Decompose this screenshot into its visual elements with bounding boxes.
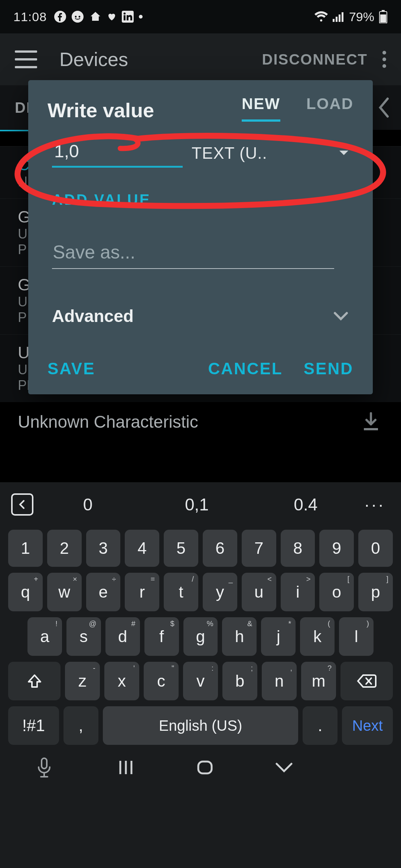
key-8[interactable]: 8 [281, 530, 315, 567]
add-value-button[interactable]: ADD VALUE [28, 168, 373, 208]
nav-recents-icon[interactable] [111, 759, 141, 776]
key-e[interactable]: e÷ [86, 573, 121, 611]
chevron-left-icon[interactable] [376, 96, 390, 119]
comma-key[interactable]: , [63, 706, 99, 745]
key-u[interactable]: u< [242, 573, 276, 611]
tab-new[interactable]: NEW [242, 95, 280, 122]
mic-icon[interactable] [36, 757, 62, 778]
key-o[interactable]: o[ [319, 573, 354, 611]
save-button[interactable]: SAVE [48, 359, 95, 378]
app-bar: Devices DISCONNECT [0, 33, 401, 85]
next-key[interactable]: Next [342, 706, 393, 745]
key-9[interactable]: 9 [319, 530, 354, 567]
key-r[interactable]: r= [125, 573, 159, 611]
backspace-key[interactable] [340, 662, 393, 700]
facebook-icon [54, 11, 66, 23]
key-5[interactable]: 5 [164, 530, 198, 567]
period-key[interactable]: . [303, 706, 338, 745]
reddit-icon [71, 10, 84, 23]
value-input[interactable] [52, 139, 183, 168]
status-time: 11:08 [13, 10, 47, 24]
key-d[interactable]: d# [105, 617, 140, 656]
key-3[interactable]: 3 [86, 530, 121, 567]
key-2[interactable]: 2 [47, 530, 82, 567]
key-p[interactable]: p] [358, 573, 393, 611]
menu-icon[interactable] [15, 50, 37, 68]
key-c[interactable]: c" [144, 662, 179, 700]
linkedin-icon [122, 11, 134, 23]
suggestion-2[interactable]: 0,1 [142, 494, 251, 514]
key-y[interactable]: y_ [203, 573, 237, 611]
key-z[interactable]: z- [65, 662, 100, 700]
key-i[interactable]: i> [281, 573, 315, 611]
suggestion-1[interactable]: 0 [33, 494, 142, 514]
dialog-title: Write value [48, 99, 154, 122]
svg-rect-9 [339, 14, 340, 22]
svg-rect-5 [124, 15, 125, 20]
dropdown-caret-icon [339, 150, 349, 157]
key-l[interactable]: l) [339, 617, 374, 656]
key-g[interactable]: g% [183, 617, 218, 656]
type-select[interactable]: TEXT (U.. [192, 144, 349, 162]
key-0[interactable]: 0 [358, 530, 393, 567]
suggestion-3[interactable]: 0.4 [251, 494, 360, 514]
key-m[interactable]: m? [301, 662, 336, 700]
key-row-bottom: !#1 , English (US) . Next [0, 703, 401, 748]
key-row-1: q+w×e÷r=t/y_u<i>o[p] [0, 570, 401, 614]
battery-pct: 79% [349, 10, 374, 24]
dot-icon [139, 15, 143, 19]
svg-point-1 [72, 11, 84, 23]
key-6[interactable]: 6 [203, 530, 237, 567]
svg-rect-15 [42, 758, 47, 769]
svg-rect-10 [342, 12, 343, 22]
key-n[interactable]: n, [262, 662, 297, 700]
battery-icon [379, 10, 388, 23]
key-row-numbers: 1234567890 [0, 527, 401, 570]
send-button[interactable]: SEND [304, 359, 353, 378]
svg-rect-8 [336, 17, 338, 22]
svg-rect-13 [380, 14, 386, 23]
svg-rect-19 [198, 762, 212, 773]
write-value-dialog: Write value NEW LOAD TEXT (U.. ADD VALUE… [28, 80, 373, 394]
key-7[interactable]: 7 [242, 530, 276, 567]
home-icon [89, 10, 102, 23]
key-k[interactable]: k( [300, 617, 335, 656]
shift-key[interactable] [8, 662, 61, 700]
symbols-key[interactable]: !#1 [8, 706, 59, 745]
suggestion-bar: 0 0,1 0.4 ··· [0, 482, 401, 527]
wifi-icon [314, 11, 328, 22]
key-f[interactable]: f$ [144, 617, 179, 656]
svg-rect-7 [333, 19, 335, 22]
space-key[interactable]: English (US) [103, 706, 298, 745]
save-as-input[interactable] [52, 239, 334, 269]
nav-home-icon[interactable] [190, 759, 220, 776]
tab-load[interactable]: LOAD [306, 95, 353, 122]
cancel-button[interactable]: CANCEL [208, 359, 283, 378]
download-icon[interactable] [361, 412, 383, 432]
key-t[interactable]: t/ [164, 573, 198, 611]
key-b[interactable]: b; [222, 662, 257, 700]
advanced-toggle[interactable]: Advanced [28, 269, 373, 326]
key-s[interactable]: s@ [66, 617, 101, 656]
svg-rect-14 [364, 428, 378, 430]
key-w[interactable]: w× [47, 573, 82, 611]
suggestion-back-icon[interactable] [11, 493, 33, 516]
svg-point-2 [75, 16, 77, 18]
key-j[interactable]: j* [261, 617, 296, 656]
overflow-menu-icon[interactable] [382, 51, 386, 68]
svg-point-3 [79, 16, 81, 18]
disconnect-button[interactable]: DISCONNECT [262, 51, 368, 68]
characteristic-row[interactable]: Unknown Characteristic [0, 402, 401, 441]
key-h[interactable]: h& [222, 617, 257, 656]
key-q[interactable]: q+ [8, 573, 43, 611]
nav-back-icon[interactable] [269, 761, 299, 774]
nav-bar [0, 748, 401, 792]
svg-point-6 [124, 13, 126, 15]
key-1[interactable]: 1 [8, 530, 43, 567]
key-4[interactable]: 4 [125, 530, 159, 567]
key-a[interactable]: a! [27, 617, 62, 656]
type-select-label: TEXT (U.. [192, 144, 267, 162]
key-x[interactable]: x' [104, 662, 139, 700]
key-v[interactable]: v: [183, 662, 218, 700]
suggestion-more-icon[interactable]: ··· [360, 494, 390, 514]
